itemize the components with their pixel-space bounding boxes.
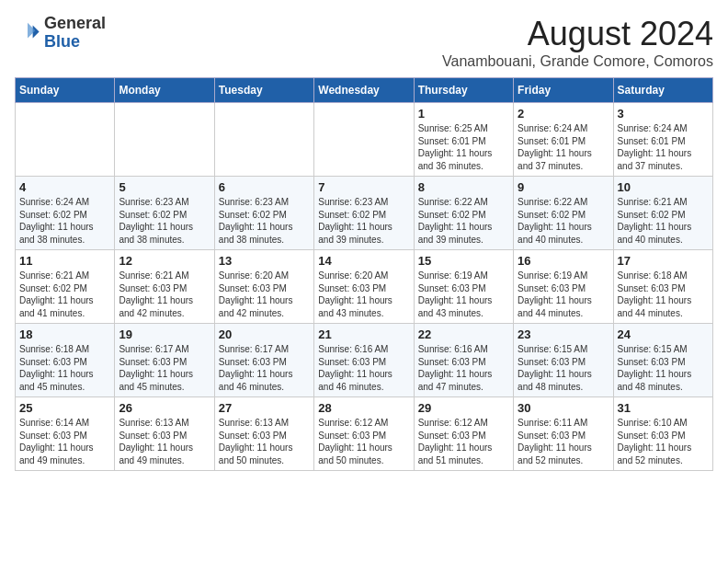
day-info: Sunrise: 6:15 AM Sunset: 6:03 PM Dayligh… — [518, 343, 609, 393]
column-header-tuesday: Tuesday — [214, 78, 313, 103]
calendar-cell: 30Sunrise: 6:11 AM Sunset: 6:03 PM Dayli… — [514, 397, 613, 471]
column-header-friday: Friday — [514, 78, 613, 103]
day-number: 3 — [618, 107, 709, 121]
day-number: 11 — [19, 254, 110, 268]
title-block: August 2024 Vanambouani, Grande Comore, … — [442, 15, 713, 70]
calendar-cell: 1Sunrise: 6:25 AM Sunset: 6:01 PM Daylig… — [414, 103, 513, 177]
calendar-cell: 26Sunrise: 6:13 AM Sunset: 6:03 PM Dayli… — [115, 397, 214, 471]
calendar-cell: 28Sunrise: 6:12 AM Sunset: 6:03 PM Dayli… — [314, 397, 414, 471]
calendar-cell — [16, 103, 115, 177]
day-number: 7 — [318, 180, 409, 194]
calendar-cell: 7Sunrise: 6:23 AM Sunset: 6:02 PM Daylig… — [314, 177, 414, 250]
day-number: 23 — [518, 327, 609, 341]
calendar-cell: 19Sunrise: 6:17 AM Sunset: 6:03 PM Dayli… — [115, 324, 214, 397]
calendar-cell: 16Sunrise: 6:19 AM Sunset: 6:03 PM Dayli… — [514, 250, 613, 324]
day-info: Sunrise: 6:11 AM Sunset: 6:03 PM Dayligh… — [518, 417, 609, 466]
calendar-cell: 20Sunrise: 6:17 AM Sunset: 6:03 PM Dayli… — [214, 324, 313, 397]
calendar-cell: 18Sunrise: 6:18 AM Sunset: 6:03 PM Dayli… — [16, 324, 115, 397]
logo: General Blue — [15, 15, 106, 52]
day-number: 8 — [418, 180, 509, 194]
location-subtitle: Vanambouani, Grande Comore, Comoros — [442, 53, 713, 70]
calendar-cell: 24Sunrise: 6:15 AM Sunset: 6:03 PM Dayli… — [613, 324, 712, 397]
column-header-saturday: Saturday — [613, 78, 712, 103]
day-info: Sunrise: 6:16 AM Sunset: 6:03 PM Dayligh… — [418, 343, 509, 393]
calendar-cell: 29Sunrise: 6:12 AM Sunset: 6:03 PM Dayli… — [414, 397, 513, 471]
day-number: 14 — [318, 254, 409, 268]
calendar-cell: 31Sunrise: 6:10 AM Sunset: 6:03 PM Dayli… — [613, 397, 712, 471]
calendar-cell: 15Sunrise: 6:19 AM Sunset: 6:03 PM Dayli… — [414, 250, 513, 324]
day-info: Sunrise: 6:10 AM Sunset: 6:03 PM Dayligh… — [618, 417, 709, 466]
day-number: 2 — [518, 107, 609, 121]
day-info: Sunrise: 6:24 AM Sunset: 6:02 PM Dayligh… — [19, 196, 110, 246]
day-number: 21 — [318, 327, 409, 341]
day-number: 27 — [219, 401, 310, 415]
day-info: Sunrise: 6:15 AM Sunset: 6:03 PM Dayligh… — [618, 343, 709, 393]
calendar-cell — [314, 103, 414, 177]
day-info: Sunrise: 6:12 AM Sunset: 6:03 PM Dayligh… — [418, 417, 509, 466]
calendar-cell: 9Sunrise: 6:22 AM Sunset: 6:02 PM Daylig… — [514, 177, 613, 250]
day-number: 18 — [19, 327, 110, 341]
day-info: Sunrise: 6:24 AM Sunset: 6:01 PM Dayligh… — [518, 122, 609, 172]
day-info: Sunrise: 6:20 AM Sunset: 6:03 PM Dayligh… — [219, 270, 310, 319]
calendar-cell: 21Sunrise: 6:16 AM Sunset: 6:03 PM Dayli… — [314, 324, 414, 397]
day-number: 29 — [418, 401, 509, 415]
logo-blue: Blue — [44, 32, 80, 51]
calendar-week-row: 4Sunrise: 6:24 AM Sunset: 6:02 PM Daylig… — [16, 177, 713, 250]
day-number: 9 — [518, 180, 609, 194]
day-number: 12 — [119, 254, 210, 268]
calendar-cell: 8Sunrise: 6:22 AM Sunset: 6:02 PM Daylig… — [414, 177, 513, 250]
day-info: Sunrise: 6:25 AM Sunset: 6:01 PM Dayligh… — [418, 122, 509, 172]
calendar-week-row: 1Sunrise: 6:25 AM Sunset: 6:01 PM Daylig… — [16, 103, 713, 177]
day-info: Sunrise: 6:19 AM Sunset: 6:03 PM Dayligh… — [418, 270, 509, 319]
day-info: Sunrise: 6:16 AM Sunset: 6:03 PM Dayligh… — [318, 343, 409, 393]
day-number: 13 — [219, 254, 310, 268]
calendar-cell: 6Sunrise: 6:23 AM Sunset: 6:02 PM Daylig… — [214, 177, 313, 250]
day-info: Sunrise: 6:21 AM Sunset: 6:02 PM Dayligh… — [19, 270, 110, 319]
day-info: Sunrise: 6:21 AM Sunset: 6:03 PM Dayligh… — [119, 270, 210, 319]
calendar-cell: 22Sunrise: 6:16 AM Sunset: 6:03 PM Dayli… — [414, 324, 513, 397]
day-number: 5 — [119, 180, 210, 194]
day-info: Sunrise: 6:12 AM Sunset: 6:03 PM Dayligh… — [318, 417, 409, 466]
column-header-thursday: Thursday — [414, 78, 513, 103]
logo-text: General Blue — [44, 15, 106, 52]
day-number: 26 — [119, 401, 210, 415]
day-number: 4 — [19, 180, 110, 194]
calendar-week-row: 18Sunrise: 6:18 AM Sunset: 6:03 PM Dayli… — [16, 324, 713, 397]
day-info: Sunrise: 6:24 AM Sunset: 6:01 PM Dayligh… — [618, 122, 709, 172]
day-info: Sunrise: 6:13 AM Sunset: 6:03 PM Dayligh… — [119, 417, 210, 466]
calendar-week-row: 11Sunrise: 6:21 AM Sunset: 6:02 PM Dayli… — [16, 250, 713, 324]
day-number: 15 — [418, 254, 509, 268]
day-info: Sunrise: 6:18 AM Sunset: 6:03 PM Dayligh… — [618, 270, 709, 319]
calendar-cell: 10Sunrise: 6:21 AM Sunset: 6:02 PM Dayli… — [613, 177, 712, 250]
calendar-week-row: 25Sunrise: 6:14 AM Sunset: 6:03 PM Dayli… — [16, 397, 713, 471]
calendar-cell — [214, 103, 313, 177]
day-info: Sunrise: 6:23 AM Sunset: 6:02 PM Dayligh… — [318, 196, 409, 246]
day-number: 25 — [19, 401, 110, 415]
column-header-monday: Monday — [115, 78, 214, 103]
day-number: 10 — [618, 180, 709, 194]
day-info: Sunrise: 6:19 AM Sunset: 6:03 PM Dayligh… — [518, 270, 609, 319]
day-number: 22 — [418, 327, 509, 341]
day-number: 16 — [518, 254, 609, 268]
day-info: Sunrise: 6:22 AM Sunset: 6:02 PM Dayligh… — [418, 196, 509, 246]
calendar-cell: 23Sunrise: 6:15 AM Sunset: 6:03 PM Dayli… — [514, 324, 613, 397]
day-number: 28 — [318, 401, 409, 415]
day-info: Sunrise: 6:17 AM Sunset: 6:03 PM Dayligh… — [219, 343, 310, 393]
calendar-cell: 2Sunrise: 6:24 AM Sunset: 6:01 PM Daylig… — [514, 103, 613, 177]
day-info: Sunrise: 6:22 AM Sunset: 6:02 PM Dayligh… — [518, 196, 609, 246]
calendar-cell: 5Sunrise: 6:23 AM Sunset: 6:02 PM Daylig… — [115, 177, 214, 250]
column-header-sunday: Sunday — [16, 78, 115, 103]
day-number: 19 — [119, 327, 210, 341]
calendar-cell: 25Sunrise: 6:14 AM Sunset: 6:03 PM Dayli… — [16, 397, 115, 471]
day-number: 24 — [618, 327, 709, 341]
calendar-table: SundayMondayTuesdayWednesdayThursdayFrid… — [15, 77, 713, 471]
day-number: 30 — [518, 401, 609, 415]
calendar-cell — [115, 103, 214, 177]
day-info: Sunrise: 6:13 AM Sunset: 6:03 PM Dayligh… — [219, 417, 310, 466]
day-info: Sunrise: 6:21 AM Sunset: 6:02 PM Dayligh… — [618, 196, 709, 246]
calendar-cell: 13Sunrise: 6:20 AM Sunset: 6:03 PM Dayli… — [214, 250, 313, 324]
day-info: Sunrise: 6:14 AM Sunset: 6:03 PM Dayligh… — [19, 417, 110, 466]
day-info: Sunrise: 6:18 AM Sunset: 6:03 PM Dayligh… — [19, 343, 110, 393]
month-year-title: August 2024 — [442, 15, 713, 53]
day-info: Sunrise: 6:17 AM Sunset: 6:03 PM Dayligh… — [119, 343, 210, 393]
